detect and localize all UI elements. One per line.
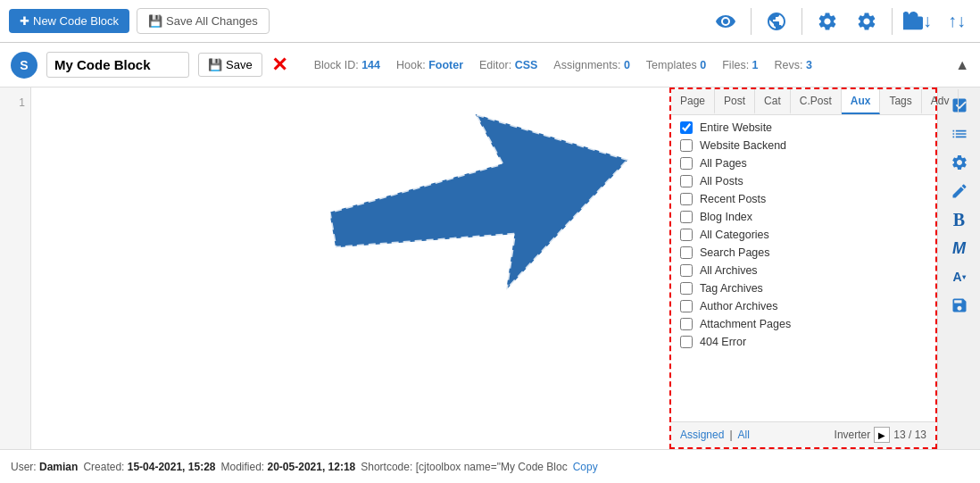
assign-tab-aux[interactable]: Aux <box>842 89 881 114</box>
assign-checkbox-4[interactable] <box>680 193 693 205</box>
assign-list: Entire WebsiteWebsite BackendAll PagesAl… <box>671 115 935 421</box>
assign-footer: Assigned | All Inverter ▶ 13 / 13 <box>671 421 935 447</box>
assign-item: Attachment Pages <box>671 315 935 333</box>
all-link[interactable]: All <box>738 429 750 441</box>
assign-item: 404 Error <box>671 333 935 351</box>
block-icon: S <box>11 52 37 79</box>
page-prev-button[interactable]: ▶ <box>874 427 890 443</box>
assign-item: Blog Index <box>671 208 935 226</box>
assign-item: All Pages <box>671 154 935 172</box>
list-icon[interactable] <box>943 121 976 146</box>
assign-tab-post[interactable]: Post <box>715 89 755 114</box>
settings2-icon[interactable] <box>852 7 881 36</box>
assign-tab-adv[interactable]: Adv <box>922 89 959 114</box>
block-id-label: Block ID: 144 <box>314 59 380 71</box>
block-id-link[interactable]: 144 <box>361 59 380 71</box>
page-nav: Inverter ▶ 13 / 13 <box>835 427 926 443</box>
cancel-button[interactable]: ✕ <box>271 55 287 75</box>
editor-label: Editor: CSS <box>479 59 537 71</box>
block-header: S 💾 Save ✕ Block ID: 144 Hook: Footer Ed… <box>0 43 980 87</box>
plus-icon: ✚ <box>20 14 29 28</box>
revs-link[interactable]: 3 <box>806 59 812 71</box>
assignments-link[interactable]: 0 <box>624 59 630 71</box>
block-meta: Block ID: 144 Hook: Footer Editor: CSS A… <box>296 59 947 71</box>
templates-link[interactable]: 0 <box>700 59 706 71</box>
edit-icon[interactable] <box>943 179 976 204</box>
assign-tab-page[interactable]: Page <box>671 89 715 114</box>
save-sidebar-icon[interactable] <box>943 293 976 318</box>
revs-label: Revs: 3 <box>775 59 812 71</box>
assign-checkbox-9[interactable] <box>680 282 693 295</box>
assign-checkbox-2[interactable] <box>680 157 693 170</box>
assigned-link[interactable]: Assigned <box>680 429 724 441</box>
block-title-input[interactable] <box>46 52 189 78</box>
assign-checkbox-7[interactable] <box>680 246 693 259</box>
page-info: 13 / 13 <box>893 429 926 441</box>
globe-icon[interactable] <box>762 7 791 36</box>
created-value: 15-04-2021, 15:28 <box>128 461 216 473</box>
assign-tab-cat[interactable]: Cat <box>755 89 791 114</box>
assign-checkbox-11[interactable] <box>680 318 693 330</box>
assignments-panel: PagePostCatC.PostAuxTagsAdv Entire Websi… <box>669 87 937 449</box>
inverter-label: Inverter <box>835 429 871 441</box>
import-icon[interactable]: ↓ <box>903 7 932 36</box>
assign-item-label: All Posts <box>700 175 743 187</box>
assign-checkbox-6[interactable] <box>680 229 693 241</box>
assign-checkbox-8[interactable] <box>680 264 693 277</box>
assign-checkbox-0[interactable] <box>680 121 693 134</box>
save-icon: 💾 <box>148 14 162 28</box>
assign-item-label: Tag Archives <box>700 282 763 295</box>
assign-tab-cpost[interactable]: C.Post <box>791 89 842 114</box>
shortcode-label: Shortcode: [cjtoolbox name="My Code Bloc <box>361 461 567 473</box>
assign-checkbox-10[interactable] <box>680 300 693 312</box>
bold-icon[interactable]: B <box>943 207 976 232</box>
files-label: Files: 1 <box>722 59 758 71</box>
assign-checkbox-5[interactable] <box>680 211 693 223</box>
user-name: Damian <box>39 461 78 473</box>
gear-sidebar-icon[interactable] <box>943 150 976 175</box>
save-all-changes-button[interactable]: 💾 Save All Changes <box>137 8 270 34</box>
assign-item-label: Blog Index <box>700 211 752 223</box>
collapse-button[interactable]: ▲ <box>955 57 969 73</box>
assign-item-label: All Pages <box>700 157 747 170</box>
hook-label: Hook: Footer <box>396 59 463 71</box>
save-label: Save <box>226 58 253 71</box>
assign-checkbox-3[interactable] <box>680 175 693 187</box>
assign-item: Website Backend <box>671 137 935 154</box>
status-bar: User: Damian Created: 15-04-2021, 15:28 … <box>0 449 980 483</box>
assign-checkbox-1[interactable] <box>680 139 693 152</box>
assign-item-label: Website Backend <box>700 139 786 152</box>
created-label: Created: 15-04-2021, 15:28 <box>83 461 215 473</box>
eye-icon[interactable] <box>711 7 740 36</box>
copy-link[interactable]: Copy <box>573 461 598 473</box>
editor-link[interactable]: CSS <box>515 59 538 71</box>
shortcode-value: [cjtoolbox name="My Code Bloc <box>416 461 568 473</box>
new-code-block-button[interactable]: ✚ New Code Block <box>9 9 129 33</box>
modified-label: Modified: 20-05-2021, 12:18 <box>220 461 355 473</box>
hook-link[interactable]: Footer <box>428 59 463 71</box>
export-icon[interactable]: ↑↓ <box>943 7 971 36</box>
assign-item: Search Pages <box>671 244 935 262</box>
media-icon[interactable]: M <box>943 236 976 261</box>
assign-item: All Categories <box>671 226 935 244</box>
assign-item-label: Attachment Pages <box>700 318 791 330</box>
save-button[interactable]: 💾 Save <box>198 53 262 77</box>
save-all-label: Save All Changes <box>166 14 258 28</box>
line-numbers: 1 <box>0 87 31 449</box>
assign-tab-tags[interactable]: Tags <box>880 89 921 114</box>
svg-point-0 <box>723 19 728 24</box>
assign-item: All Archives <box>671 262 935 279</box>
assignments-label: Assignments: 0 <box>553 59 629 71</box>
right-sidebar: B M A▾ <box>937 87 980 449</box>
settings-icon[interactable] <box>813 7 842 36</box>
assign-item: Recent Posts <box>671 190 935 208</box>
assign-checkbox-12[interactable] <box>680 336 693 348</box>
assign-item: Tag Archives <box>671 279 935 297</box>
font-icon[interactable]: A▾ <box>943 264 976 289</box>
top-toolbar: ✚ New Code Block 💾 Save All Changes ↓ ↑↓ <box>0 0 980 43</box>
assign-item-label: Search Pages <box>700 246 770 259</box>
assign-item-label: Author Archives <box>700 300 778 312</box>
files-link[interactable]: 1 <box>752 59 759 71</box>
assign-item: Entire Website <box>671 119 935 137</box>
assign-item: Author Archives <box>671 297 935 315</box>
